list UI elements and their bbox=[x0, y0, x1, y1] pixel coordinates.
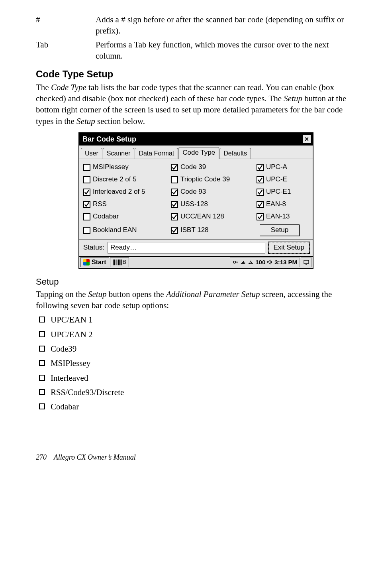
taskbar-app-button[interactable]: ∥∥∥∥B bbox=[110, 258, 129, 267]
option-checkbox[interactable]: ISBT 128 bbox=[171, 226, 257, 235]
options-grid: MSIPlesseyCode 39UPC-ADiscrete 2 of 5Tri… bbox=[83, 163, 309, 236]
signal-icon bbox=[240, 259, 246, 265]
checkbox-unchecked-icon bbox=[83, 213, 90, 220]
option-label: EAN-13 bbox=[266, 212, 290, 221]
tabs-row: User Scanner Data Format Code Type Defau… bbox=[79, 146, 313, 159]
definition-list: # Adds a # sign before or after the scan… bbox=[36, 14, 356, 61]
checklist-label: MSIPlessey bbox=[51, 358, 90, 369]
def-term: Tab bbox=[36, 39, 96, 62]
start-label: Start bbox=[92, 258, 106, 267]
option-label: Bookland EAN bbox=[93, 226, 137, 235]
close-button[interactable]: × bbox=[302, 135, 311, 144]
checklist-label: Interleaved bbox=[51, 372, 88, 383]
option-checkbox[interactable]: UPC-A bbox=[257, 163, 304, 172]
panel-code-type: MSIPlesseyCode 39UPC-ADiscrete 2 of 5Tri… bbox=[79, 159, 313, 239]
text: Tapping on the bbox=[36, 289, 88, 299]
option-label: Discrete 2 of 5 bbox=[93, 175, 137, 184]
barcode-icon: ∥∥∥∥ bbox=[113, 258, 122, 266]
close-icon: × bbox=[305, 136, 309, 143]
bar-code-setup-dialog: Bar Code Setup × User Scanner Data Forma… bbox=[78, 132, 313, 269]
setup-button[interactable]: Setup bbox=[260, 224, 300, 236]
desktop-icon bbox=[303, 259, 309, 265]
taskbar: Start ∥∥∥∥B 100 3:13 PM bbox=[79, 256, 313, 268]
option-label: EAN-8 bbox=[266, 200, 286, 209]
option-checkbox[interactable]: Trioptic Code 39 bbox=[171, 175, 257, 184]
footer-rule bbox=[36, 451, 139, 451]
footer-book-title: Allegro CX Owner’s Manual bbox=[54, 453, 136, 461]
option-checkbox[interactable]: RSS bbox=[83, 200, 171, 209]
option-checkbox[interactable]: USS-128 bbox=[171, 200, 257, 209]
start-button[interactable]: Start bbox=[80, 258, 109, 267]
system-tray[interactable]: 100 3:13 PM bbox=[230, 258, 300, 267]
tab-code-type[interactable]: Code Type bbox=[178, 147, 219, 159]
checklist-label: UPC/EAN 2 bbox=[51, 329, 93, 340]
checklist-item: RSS/Code93/Discrete bbox=[39, 387, 356, 398]
checklist-label: Code39 bbox=[51, 343, 76, 354]
italic: Setup bbox=[76, 116, 95, 126]
option-checkbox[interactable]: Code 39 bbox=[171, 163, 257, 172]
option-checkbox[interactable]: MSIPlessey bbox=[83, 163, 171, 172]
svg-rect-1 bbox=[304, 260, 309, 264]
taskbar-app-hint: B bbox=[122, 258, 126, 266]
option-checkbox[interactable]: UPC-E bbox=[257, 175, 304, 184]
footer-page-number: 270 bbox=[36, 453, 47, 461]
option-label: ISBT 128 bbox=[180, 226, 209, 235]
tab-user[interactable]: User bbox=[81, 148, 102, 159]
status-value: Ready… bbox=[108, 242, 265, 254]
option-label: Codabar bbox=[93, 212, 119, 221]
svg-point-0 bbox=[233, 261, 236, 264]
tab-defaults[interactable]: Defaults bbox=[219, 148, 251, 159]
option-label: USS-128 bbox=[180, 200, 208, 209]
def-row-tab: Tab Performs a Tab key function, which m… bbox=[36, 39, 356, 62]
def-desc: Performs a Tab key function, which moves… bbox=[96, 39, 356, 62]
option-checkbox[interactable]: Interleaved 2 of 5 bbox=[83, 187, 171, 197]
battery-text: 100 bbox=[255, 258, 265, 266]
option-checkbox[interactable]: EAN-13 bbox=[257, 212, 304, 221]
checkbox-checked-icon bbox=[257, 176, 264, 183]
checkbox-unchecked-icon bbox=[83, 227, 90, 234]
checkbox-checked-icon bbox=[257, 189, 264, 196]
checkbox-checked-icon bbox=[83, 201, 90, 208]
text: section below. bbox=[95, 116, 145, 126]
checkbox-empty-icon bbox=[39, 331, 45, 337]
option-label: UPC-E bbox=[266, 175, 287, 184]
def-row-hash: # Adds a # sign before or after the scan… bbox=[36, 14, 356, 37]
option-label: Interleaved 2 of 5 bbox=[93, 187, 145, 197]
checkbox-checked-icon bbox=[171, 227, 178, 234]
checklist: UPC/EAN 1UPC/EAN 2Code39MSIPlesseyInterl… bbox=[36, 314, 356, 412]
option-checkbox[interactable]: Bookland EAN bbox=[83, 226, 171, 235]
checklist-item: Interleaved bbox=[39, 372, 356, 383]
option-checkbox[interactable]: Codabar bbox=[83, 212, 171, 221]
def-desc: Adds a # sign before or after the scanne… bbox=[96, 14, 356, 37]
option-checkbox[interactable]: UCC/EAN 128 bbox=[171, 212, 257, 221]
option-checkbox[interactable]: EAN-8 bbox=[257, 200, 304, 209]
taskbar-spacer bbox=[130, 257, 229, 268]
clock-text: 3:13 PM bbox=[274, 258, 297, 266]
checklist-item: Codabar bbox=[39, 401, 356, 412]
show-desktop-button[interactable] bbox=[301, 258, 312, 267]
option-checkbox[interactable]: Discrete 2 of 5 bbox=[83, 175, 171, 184]
checkbox-checked-icon bbox=[171, 213, 178, 220]
dialog-title: Bar Code Setup bbox=[82, 134, 136, 144]
checkbox-checked-icon bbox=[257, 164, 264, 171]
option-checkbox[interactable]: UPC-E1 bbox=[257, 187, 304, 197]
screenshot-wrapper: Bar Code Setup × User Scanner Data Forma… bbox=[36, 132, 356, 269]
italic: Additional Parameter Setup bbox=[166, 289, 260, 299]
def-term: # bbox=[36, 14, 96, 37]
checkbox-unchecked-icon bbox=[83, 176, 90, 183]
checkbox-checked-icon bbox=[171, 189, 178, 196]
network-icon bbox=[248, 259, 254, 265]
tab-scanner[interactable]: Scanner bbox=[103, 148, 135, 159]
tab-data-format[interactable]: Data Format bbox=[135, 148, 178, 159]
exit-setup-button[interactable]: Exit Setup bbox=[268, 242, 310, 254]
checklist-item: UPC/EAN 1 bbox=[39, 314, 356, 325]
paragraph-setup: Tapping on the Setup button opens the Ad… bbox=[36, 289, 356, 311]
option-label: Trioptic Code 39 bbox=[180, 175, 230, 184]
page-footer: 270 Allegro CX Owner’s Manual bbox=[36, 448, 356, 462]
option-label: UCC/EAN 128 bbox=[180, 212, 224, 221]
italic: Setup bbox=[284, 94, 302, 103]
checkbox-empty-icon bbox=[39, 346, 45, 352]
option-label: Code 93 bbox=[180, 187, 206, 197]
speaker-icon bbox=[267, 259, 273, 265]
option-checkbox[interactable]: Code 93 bbox=[171, 187, 257, 197]
